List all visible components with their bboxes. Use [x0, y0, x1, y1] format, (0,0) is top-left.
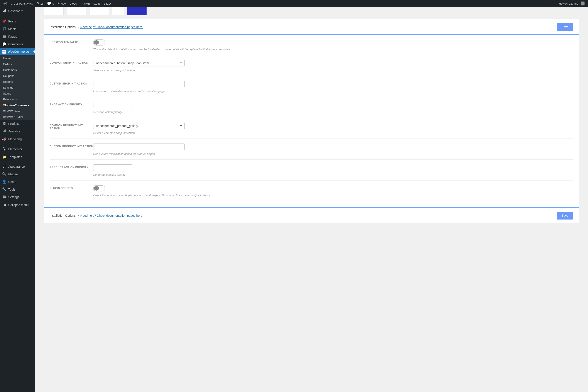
sidebar-item-collapse[interactable]: ◀ Collapse menu [0, 201, 35, 209]
collapse-icon: ◀ [2, 203, 6, 207]
sidebar-item-tools[interactable]: 🔧 Tools [0, 186, 35, 193]
perf-time1[interactable]: 0.99s [68, 0, 78, 7]
sidebar-item-label: WooCommerce [8, 50, 29, 53]
toggle-use-woo-template[interactable] [93, 40, 105, 46]
sidebar-item-settings[interactable]: Settings [0, 193, 35, 201]
submenu-orders[interactable]: Orders [0, 61, 35, 67]
row-use-woo-template: USE WOO TEMPALTE This is the default ins… [50, 35, 573, 55]
submenu-status[interactable]: Status [0, 90, 35, 96]
sidebar-item-posts[interactable]: 📌 Posts [0, 18, 35, 25]
submenu-xforwc-admin[interactable]: XforWC ADMIN [0, 114, 35, 120]
sidebar-item-label: Dashboard [8, 9, 23, 13]
comments-menu[interactable]: 💬 0 [45, 0, 56, 7]
sidebar-item-analytics[interactable]: Analytics [0, 128, 35, 135]
input-custom-product-init[interactable] [93, 144, 185, 150]
label-product-priority: PRODUCT ACTION PRIORITY [50, 164, 93, 169]
tab-cards-row [44, 7, 584, 15]
input-shop-priority[interactable] [93, 102, 132, 108]
sidebar-item-elementor[interactable]: ⓔ Elementor [0, 145, 35, 153]
updates-count: 15 [40, 2, 44, 5]
save-button-bottom[interactable]: Save [557, 212, 573, 220]
perf-time2[interactable]: 0.05s [92, 0, 102, 7]
select-common-shop-init[interactable]: woocommerce_before_shop_loop_item [93, 60, 185, 66]
select-common-product-init[interactable]: woocommerce_product_gallery [93, 122, 185, 129]
label-common-product-init: COMMON PRODUCT INIT ACTION [50, 122, 93, 130]
my-account-menu[interactable]: Howdy, dzeriho [557, 0, 586, 7]
label-common-shop-init: COMMON SHOP INIT ACTION [50, 60, 93, 64]
wrench-icon: 🔧 [2, 187, 6, 192]
sidebar-item-dashboard[interactable]: Dashboard [0, 7, 35, 15]
sidebar-item-media[interactable]: 🎵 Media [0, 25, 35, 33]
perf-queries[interactable]: 131Q [102, 0, 112, 7]
sidebar-item-templates[interactable]: 📁 Templates [0, 153, 35, 161]
panel-header-top: Installation Options → Need help? Check … [44, 19, 579, 35]
save-button-top[interactable]: Save [557, 23, 573, 31]
documentation-link-bottom[interactable]: Need help? Check documentation pages her… [80, 214, 143, 217]
site-name-menu[interactable]: ⌂ Car Parts XWC [9, 0, 35, 7]
submenu-reports[interactable]: Reports [0, 79, 35, 85]
perf-mem[interactable]: 74.8MB [78, 0, 92, 7]
wp-logo-menu[interactable]: ⓦ [2, 0, 9, 7]
submenu-extensions[interactable]: Extensions [0, 96, 35, 102]
sidebar-item-users[interactable]: 👤 Users [0, 178, 35, 186]
submenu-coupons[interactable]: Coupons [0, 73, 35, 79]
svg-rect-2 [5, 130, 6, 132]
sliders-icon [2, 195, 6, 199]
admin-bar: ⓦ ⌂ Car Parts XWC ⟳ 15 💬 0 + New 0.99s 7… [0, 0, 588, 7]
comments-count: 0 [52, 2, 54, 5]
xfor-prefix: X [3, 104, 5, 107]
sidebar-item-woocommerce[interactable]: woo WooCommerce [0, 48, 35, 55]
sidebar-item-label: Plugins [8, 172, 18, 176]
submenu-settings[interactable]: Settings [0, 85, 35, 90]
xfor-rest: forWooCommerce [5, 104, 30, 107]
label-shop-priority: SHOP ACTION PRIORITY [50, 102, 93, 106]
woocommerce-submenu: Home Orders Customers Coupons Reports Se… [0, 55, 35, 120]
elementor-icon: ⓔ [2, 147, 6, 151]
dashboard-icon [2, 9, 6, 14]
new-content-menu[interactable]: + New [56, 0, 68, 7]
site-name-label: Car Parts XWC [14, 2, 33, 5]
tab-card[interactable] [89, 7, 109, 15]
sidebar-item-label: Products [8, 122, 20, 126]
updates-menu[interactable]: ⟳ 15 [35, 0, 45, 7]
sidebar-item-marketing[interactable]: 📣 Marketing [0, 135, 35, 143]
woo-icon: woo [2, 50, 6, 54]
tab-card[interactable] [67, 7, 86, 15]
label-plugin-scripts: PLUGIN SCRIPTS [50, 185, 93, 190]
svg-point-6 [3, 195, 4, 196]
tab-card-active[interactable] [127, 7, 146, 15]
sidebar-item-comments[interactable]: 💬 Comments [0, 40, 35, 48]
desc-custom-shop-init: Use custom initialization action for pro… [93, 90, 573, 93]
submenu-xforwoocommerce[interactable]: XforWooCommerce [0, 102, 35, 108]
svg-rect-0 [3, 131, 4, 132]
pin-icon: 📌 [2, 19, 6, 23]
svg-point-8 [4, 197, 4, 198]
admin-sidebar: Dashboard 📌 Posts 🎵 Media ▤ Pages 💬 Comm… [0, 7, 35, 231]
submenu-customers[interactable]: Customers [0, 67, 35, 73]
sidebar-item-plugins[interactable]: 🔌 Plugins [0, 170, 35, 178]
input-custom-shop-init[interactable] [93, 81, 185, 87]
sidebar-item-label: Comments [8, 42, 23, 46]
label-custom-shop-init: CUSTOM SHOP INIT ACTION [50, 81, 93, 85]
submenu-home[interactable]: Home [0, 55, 35, 61]
desc-custom-product-init: Use custom initialization action for pro… [93, 152, 573, 156]
comment-icon: 💬 [47, 2, 52, 5]
sidebar-item-appearance[interactable]: 🖌 Appearance [0, 163, 35, 170]
wordpress-icon: ⓦ [4, 2, 7, 5]
desc-common-product-init: Select a common shop init action [93, 131, 573, 134]
sidebar-item-label: Analytics [8, 130, 20, 133]
tab-card[interactable] [44, 7, 64, 15]
input-product-priority[interactable] [93, 164, 132, 171]
row-custom-product-init: CUSTOM PRODUCT INIT ACTION Use custom in… [50, 139, 573, 160]
sidebar-item-products[interactable]: 🗄 Products [0, 120, 35, 128]
user-icon: 👤 [2, 180, 6, 184]
documentation-link[interactable]: Need help? Check documentation pages her… [80, 25, 143, 29]
submenu-xforwc-demo[interactable]: XforWC Demo [0, 108, 35, 114]
panel-head-prefix-bottom: Installation Options → [50, 214, 80, 217]
settings-panel: Installation Options → Need help? Check … [44, 19, 579, 222]
svg-rect-1 [4, 130, 4, 132]
tab-card[interactable] [112, 7, 124, 15]
toggle-plugin-scripts[interactable] [93, 185, 105, 192]
sidebar-item-pages[interactable]: ▤ Pages [0, 33, 35, 40]
avatar [580, 2, 584, 6]
